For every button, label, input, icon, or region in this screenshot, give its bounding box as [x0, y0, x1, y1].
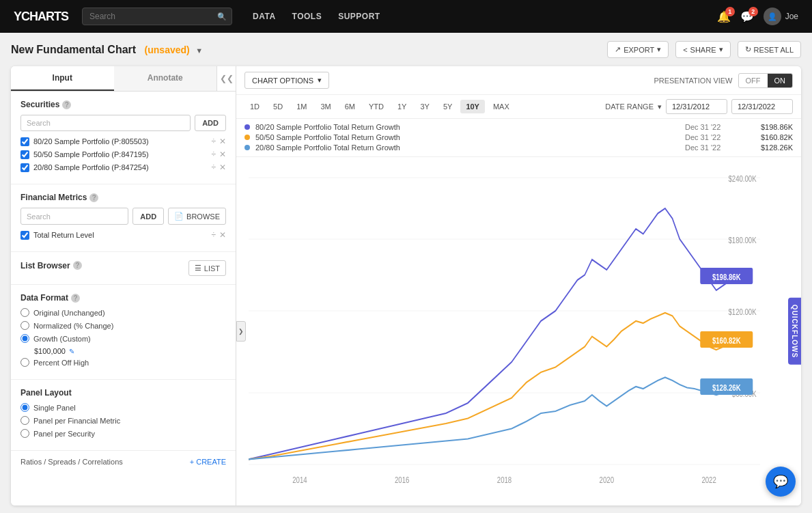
security-2-name: 50/50 Sample Portfolio (P:847195): [33, 150, 207, 158]
time-btn-1d[interactable]: 1D: [244, 100, 265, 113]
data-format-pct-radio[interactable]: [20, 358, 29, 367]
page-container: New Fundamental Chart (unsaved) ▼ ↗ EXPO…: [0, 33, 812, 513]
security-1-checkbox[interactable]: [20, 137, 29, 146]
panel-layout-per-security-radio[interactable]: [20, 429, 29, 438]
security-3-remove-icon[interactable]: ✕: [219, 163, 226, 172]
date-end-input[interactable]: [731, 99, 793, 114]
data-format-title: Data Format ?: [20, 293, 226, 303]
time-btn-5y[interactable]: 5Y: [438, 100, 458, 113]
financial-metrics-title: Financial Metrics ?: [20, 193, 226, 202]
ratios-title: Ratios / Spreads / Correlations: [20, 458, 123, 466]
security-2-remove-icon[interactable]: ✕: [219, 150, 226, 159]
page-actions: ↗ EXPORT ▾ < SHARE ▾ ↻ RESET ALL: [607, 41, 801, 58]
list-browser-help-icon[interactable]: ?: [73, 261, 82, 270]
panel-layout-per-metric-label: Panel per Financial Metric: [33, 417, 120, 425]
list-browser-row: List Browser ? ☰ LIST: [20, 260, 226, 276]
unsaved-label[interactable]: (unsaved): [145, 44, 190, 55]
tab-input[interactable]: Input: [11, 66, 114, 91]
sidebar-tabs: Input Annotate ❮❮: [11, 66, 236, 92]
expand-chart-button[interactable]: ❯: [236, 321, 246, 342]
data-format-growth-radio[interactable]: [20, 334, 29, 343]
securities-help-icon[interactable]: ?: [62, 100, 71, 109]
securities-add-button[interactable]: ADD: [195, 115, 226, 131]
legend-dot-1: [244, 124, 250, 130]
time-btn-5d[interactable]: 5D: [268, 100, 288, 113]
security-3-name: 20/80 Sample Portfolio (P:847254): [33, 163, 207, 171]
messages-button[interactable]: 💬 2: [740, 10, 754, 23]
notifications-button[interactable]: 🔔 1: [717, 10, 731, 23]
create-ratio-button[interactable]: + CREATE: [190, 458, 226, 466]
list-item: 50/50 Sample Portfolio (P:847195) ÷ ✕: [20, 150, 226, 159]
time-btn-6m[interactable]: 6M: [339, 100, 361, 113]
legend-name-1: 80/20 Sample Portfolio Total Return Grow…: [255, 123, 680, 131]
date-start-input[interactable]: [666, 99, 727, 114]
chart-svg: $240.00K $180.00K $120.00K $60.00K 2014 …: [249, 157, 760, 505]
data-format-original-radio[interactable]: [20, 308, 29, 317]
panel-layout-per-metric-radio[interactable]: [20, 416, 29, 425]
svg-text:$180.00K: $180.00K: [728, 234, 756, 245]
securities-title: Securities ?: [20, 100, 226, 109]
reset-button[interactable]: ↻ RESET ALL: [738, 41, 802, 58]
presentation-toggle: PRESENTATION VIEW OFF ON: [654, 73, 793, 88]
edit-custom-value-icon[interactable]: ✎: [69, 348, 74, 355]
user-menu-button[interactable]: 👤 Joe: [764, 8, 798, 25]
financial-metrics-search-input[interactable]: [20, 208, 128, 225]
data-format-section: Data Format ? Original (Unchanged) Norma…: [11, 285, 236, 380]
chart-options-select[interactable]: CHART OPTIONS ▾: [244, 72, 329, 89]
data-format-normalized-radio[interactable]: [20, 321, 29, 330]
toggle-switch: OFF ON: [738, 73, 794, 88]
panel-layout-single-option: Single Panel: [20, 403, 226, 412]
time-btn-3m[interactable]: 3M: [315, 100, 336, 113]
nav-data-link[interactable]: DATA: [253, 12, 276, 21]
data-format-original-label: Original (Unchanged): [33, 309, 105, 317]
list-browser-section: List Browser ? ☰ LIST: [11, 252, 236, 285]
list-browser-button[interactable]: ☰ LIST: [188, 260, 226, 276]
list-browser-title: List Browser ?: [20, 261, 82, 271]
metric-1-remove-icon[interactable]: ✕: [219, 230, 226, 240]
date-range-bar: 1D 5D 1M 3M 6M YTD 1Y 3Y 5Y 10Y MAX DATE…: [236, 95, 801, 119]
time-btn-1y[interactable]: 1Y: [392, 100, 412, 113]
securities-search-input[interactable]: [20, 115, 191, 131]
title-dropdown-icon[interactable]: ▼: [195, 46, 203, 55]
metric-1-edit-icon[interactable]: ÷: [211, 230, 216, 240]
chat-bubble-button[interactable]: 💬: [766, 467, 796, 497]
legend-name-3: 20/80 Sample Portfolio Total Return Grow…: [255, 143, 680, 152]
nav-search-input[interactable]: [82, 8, 232, 25]
security-3-checkbox[interactable]: [20, 163, 29, 172]
securities-section: Securities ? ADD 80/20 Sample Portfolio …: [11, 92, 236, 184]
legend-value-1: $198.86K: [738, 123, 793, 131]
security-2-edit-icon[interactable]: ÷: [211, 150, 216, 159]
time-btn-10y[interactable]: 10Y: [460, 100, 485, 113]
time-btn-3y[interactable]: 3Y: [415, 100, 434, 113]
metric-1-checkbox[interactable]: [20, 231, 29, 240]
sidebar-collapse-button[interactable]: ❮❮: [216, 66, 236, 91]
page-title: New Fundamental Chart (unsaved) ▼: [11, 44, 203, 56]
quickflows-button[interactable]: QUICKFLOWS: [788, 298, 801, 365]
security-1-actions: ÷ ✕: [211, 137, 226, 146]
sidebar: Input Annotate ❮❮ Securities ? ADD 80/20…: [11, 66, 236, 505]
top-navigation: YCHARTS 🔍 DATA TOOLS SUPPORT 🔔 1 💬 2 👤 J…: [0, 0, 812, 33]
metric-1-name: Total Return Level: [33, 231, 207, 239]
security-2-checkbox[interactable]: [20, 150, 29, 159]
export-button[interactable]: ↗ EXPORT ▾: [607, 41, 669, 58]
reset-icon: ↻: [745, 45, 751, 54]
toggle-off-button[interactable]: OFF: [739, 74, 768, 87]
logo[interactable]: YCHARTS: [14, 10, 68, 24]
financial-metrics-help-icon[interactable]: ?: [89, 193, 98, 202]
time-btn-max[interactable]: MAX: [488, 100, 515, 113]
export-arrow-icon: ▾: [657, 45, 661, 54]
data-format-help-icon[interactable]: ?: [71, 294, 80, 303]
time-btn-ytd[interactable]: YTD: [363, 100, 389, 113]
time-btn-1m[interactable]: 1M: [291, 100, 312, 113]
nav-support-link[interactable]: SUPPORT: [338, 12, 380, 21]
toggle-on-button[interactable]: ON: [768, 74, 793, 87]
share-button[interactable]: < SHARE ▾: [675, 41, 730, 58]
panel-layout-single-radio[interactable]: [20, 403, 29, 412]
nav-tools-link[interactable]: TOOLS: [292, 12, 322, 21]
security-1-remove-icon[interactable]: ✕: [219, 137, 226, 146]
security-3-edit-icon[interactable]: ÷: [211, 163, 216, 172]
financial-metrics-add-button[interactable]: ADD: [132, 208, 164, 225]
financial-metrics-browse-button[interactable]: 📄 BROWSE: [168, 208, 226, 225]
tab-annotate[interactable]: Annotate: [114, 66, 217, 91]
security-1-edit-icon[interactable]: ÷: [211, 137, 216, 146]
